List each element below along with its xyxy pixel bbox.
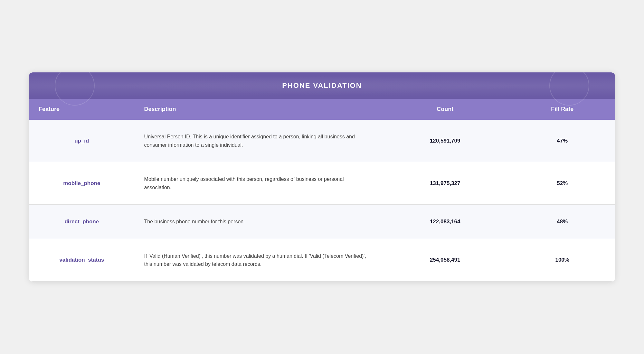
title-bar: PHONE VALIDATION (29, 72, 615, 99)
col-header-count: Count (381, 99, 509, 120)
cell-feature: mobile_phone (29, 162, 135, 205)
page-title: PHONE VALIDATION (282, 81, 362, 90)
table-row: direct_phoneThe business phone number fo… (29, 205, 615, 239)
table-header-row: Feature Description Count Fill Rate (29, 99, 615, 120)
cell-description: Mobile number uniquely associated with t… (135, 162, 381, 205)
cell-feature: validation_status (29, 239, 135, 281)
cell-description: The business phone number for this perso… (135, 205, 381, 239)
table-row: up_idUniversal Person ID. This is a uniq… (29, 120, 615, 162)
cell-fill-rate: 47% (509, 120, 615, 162)
cell-fill-rate: 48% (509, 205, 615, 239)
cell-feature: up_id (29, 120, 135, 162)
cell-count: 120,591,709 (381, 120, 509, 162)
cell-count: 122,083,164 (381, 205, 509, 239)
cell-count: 254,058,491 (381, 239, 509, 281)
data-table: Feature Description Count Fill Rate up_i… (29, 99, 615, 282)
cell-count: 131,975,327 (381, 162, 509, 205)
cell-feature: direct_phone (29, 205, 135, 239)
cell-fill-rate: 100% (509, 239, 615, 281)
cell-description: If 'Valid (Human Verified)', this number… (135, 239, 381, 281)
cell-fill-rate: 52% (509, 162, 615, 205)
table-body: up_idUniversal Person ID. This is a uniq… (29, 120, 615, 282)
table-row: validation_statusIf 'Valid (Human Verifi… (29, 239, 615, 281)
col-header-description: Description (135, 99, 381, 120)
cell-description: Universal Person ID. This is a unique id… (135, 120, 381, 162)
main-card: PHONE VALIDATION Feature Description Cou… (29, 72, 615, 282)
table-row: mobile_phoneMobile number uniquely assoc… (29, 162, 615, 205)
